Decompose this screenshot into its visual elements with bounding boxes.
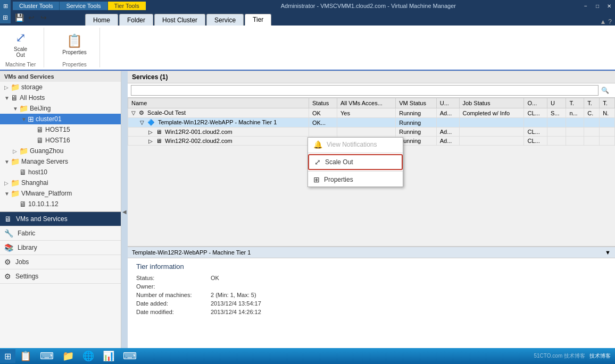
- tree-item-0[interactable]: ▷ 📁 storage: [0, 82, 121, 92]
- detail-collapse-icon[interactable]: ▼: [605, 249, 611, 256]
- tree-item-3[interactable]: ▼ ⊞ cluster01: [0, 114, 121, 124]
- properties-button[interactable]: 📋 Properties: [57, 31, 92, 58]
- search-input[interactable]: [131, 85, 599, 96]
- scale-out-icon: ⤢: [15, 30, 26, 45]
- tab-tier[interactable]: Tier: [245, 14, 271, 26]
- tree-label-5: HOST16: [45, 137, 70, 144]
- detail-label-3: Date added:: [136, 300, 211, 307]
- nav-item-settings[interactable]: ⚙Settings: [0, 269, 121, 284]
- quick-undo[interactable]: ↩: [26, 12, 37, 23]
- table-row-1[interactable]: ▽ 🔷 Template-Win12R2-WebAPP - Machine Ti…: [128, 118, 615, 128]
- table-header-row: Name Status All VMs Acces... VM Status U…: [128, 98, 615, 108]
- ribbon-group-machine-tier: ⤢ ScaleOut Machine Tier: [5, 28, 44, 67]
- nav-item-jobs[interactable]: ⚙Jobs: [0, 255, 121, 269]
- tree-item-7[interactable]: ▼ 📁 Manage Servers: [0, 156, 121, 167]
- context-menu-item-2[interactable]: ⊞ Properties: [308, 173, 403, 187]
- ribbon-help[interactable]: ?: [608, 18, 612, 26]
- search-bar: 🔍: [128, 83, 615, 98]
- cell-t3-2: [600, 128, 615, 137]
- tab-host-cluster[interactable]: Host Cluster: [154, 14, 205, 26]
- ctx-label-2: Properties: [324, 176, 353, 183]
- nav-item-vms-and-services[interactable]: 🖥VMs and Services: [0, 212, 121, 226]
- minimize-button[interactable]: −: [580, 0, 592, 12]
- taskbar-file-manager[interactable]: 📋: [15, 349, 36, 363]
- detail-row-3: Date added: 2013/12/4 13:54:17: [136, 300, 606, 307]
- tree-expand-0: ▷: [4, 84, 11, 90]
- ctx-label-0: View Notifications: [327, 141, 377, 148]
- cell-t2-2: [584, 128, 600, 137]
- tree-icon-4: 🖥: [36, 125, 44, 134]
- col-u[interactable]: U...: [436, 98, 459, 108]
- tree-icon-0: 📁: [11, 83, 20, 91]
- col-vm-status[interactable]: VM Status: [396, 98, 437, 108]
- tab-folder[interactable]: Folder: [119, 14, 153, 26]
- scale-out-button[interactable]: ⤢ ScaleOut: [8, 28, 34, 61]
- nav-item-library[interactable]: 📚Library: [0, 241, 121, 255]
- context-menu-item-1[interactable]: ⤢ Scale Out: [308, 154, 403, 170]
- tree-label-10: VMware_Platform: [21, 190, 72, 197]
- taskbar-cmd[interactable]: ⌨: [36, 349, 58, 363]
- quick-redo[interactable]: ↪: [38, 12, 49, 23]
- tree-item-9[interactable]: ▷ 📁 Shanghai: [0, 177, 121, 188]
- col-status[interactable]: Status: [309, 98, 337, 108]
- nav-item-fabric[interactable]: 🔧Fabric: [0, 226, 121, 241]
- tree-container: ▷ 📁 storage ▼ 🖥 All Hosts ▼ 📁 BeiJing ▼ …: [0, 82, 121, 209]
- title-tab-cluster-tools[interactable]: Cluster Tools: [13, 2, 60, 10]
- tree-item-1[interactable]: ▼ 🖥 All Hosts: [0, 92, 121, 103]
- start-button[interactable]: ⊞: [0, 349, 15, 363]
- nav-label-3: Jobs: [15, 258, 29, 266]
- cell-allvms-0: Yes: [337, 108, 396, 118]
- cell-name-0: ▽ ⚙ Scale-Out Test: [128, 108, 309, 118]
- title-tab-tier-tools[interactable]: Tier Tools: [108, 2, 146, 10]
- tree-item-10[interactable]: ▼ 📁 VMware_Platform: [0, 188, 121, 199]
- tree-label-4: HOST15: [45, 126, 70, 133]
- sidebar-collapse-btn[interactable]: ◀: [121, 71, 128, 352]
- taskbar-ie[interactable]: 🌐: [78, 349, 98, 363]
- quick-save[interactable]: 💾: [14, 12, 24, 23]
- maximize-button[interactable]: □: [592, 0, 603, 12]
- tree-expand-6: ▷: [13, 148, 19, 154]
- tree-item-6[interactable]: ▷ 📁 GuangZhou: [0, 146, 121, 156]
- tree-expand-10: ▼: [4, 191, 11, 197]
- col-o[interactable]: O...: [524, 98, 547, 108]
- title-tab-service-tools[interactable]: Service Tools: [60, 2, 107, 10]
- tree-expand-3: ▼: [21, 116, 28, 122]
- row-icon-1: 🔷: [147, 119, 155, 125]
- nav-section: 🖥VMs and Services🔧Fabric📚Library⚙Jobs⚙Se…: [0, 211, 121, 284]
- table-row-0[interactable]: ▽ ⚙ Scale-Out Test OK Yes Running Ad... …: [128, 108, 615, 118]
- tab-home[interactable]: Home: [85, 14, 118, 26]
- col-job-status[interactable]: Job Status: [459, 98, 524, 108]
- col-u2[interactable]: U: [547, 98, 566, 108]
- row-icon-2: 🖥: [156, 129, 162, 135]
- tree-icon-1: 🖥: [11, 94, 18, 102]
- col-t2[interactable]: T.: [584, 98, 600, 108]
- ribbon-collapse[interactable]: ▲: [600, 18, 606, 26]
- watermark-text: 51CTO.com 技术博客: [534, 352, 586, 360]
- tree-item-2[interactable]: ▼ 📁 BeiJing: [0, 103, 121, 114]
- table-row-2[interactable]: ▷ 🖥 Win12R2-001.cloud2.com Running Ad...…: [128, 128, 615, 137]
- tree-item-5[interactable]: 🖥 HOST16: [0, 135, 121, 146]
- tree-item-4[interactable]: 🖥 HOST15: [0, 124, 121, 135]
- taskbar-ps[interactable]: ⌨: [119, 349, 141, 363]
- tree-item-11[interactable]: 🖥 10.10.1.12: [0, 199, 121, 209]
- cell-u2-1: [547, 118, 566, 128]
- detail-label-4: Date modified:: [136, 309, 211, 315]
- close-button[interactable]: ✕: [603, 0, 615, 12]
- col-all-vms[interactable]: All VMs Acces...: [337, 98, 396, 108]
- cell-o-3: CL...: [524, 137, 547, 146]
- col-name[interactable]: Name: [128, 98, 309, 108]
- tab-service[interactable]: Service: [206, 14, 244, 26]
- window-controls: − □ ✕: [580, 0, 615, 12]
- taskbar-vmm[interactable]: 📊: [98, 349, 119, 363]
- tree-item-8[interactable]: 🖥 host10: [0, 167, 121, 177]
- ctx-icon-0: 🔔: [313, 140, 322, 149]
- col-t3[interactable]: T.: [600, 98, 615, 108]
- tree-label-9: Shanghai: [21, 179, 48, 187]
- taskbar-explorer[interactable]: 📁: [58, 349, 78, 363]
- search-icon[interactable]: 🔍: [599, 86, 612, 95]
- taskbar-time: 技术博客: [589, 352, 611, 360]
- col-t1[interactable]: T.: [566, 98, 584, 108]
- ribbon-group-properties: 📋 Properties Properties: [57, 28, 100, 67]
- cell-t1-3: [566, 137, 584, 146]
- quick-access-logo[interactable]: ⊞: [0, 12, 11, 23]
